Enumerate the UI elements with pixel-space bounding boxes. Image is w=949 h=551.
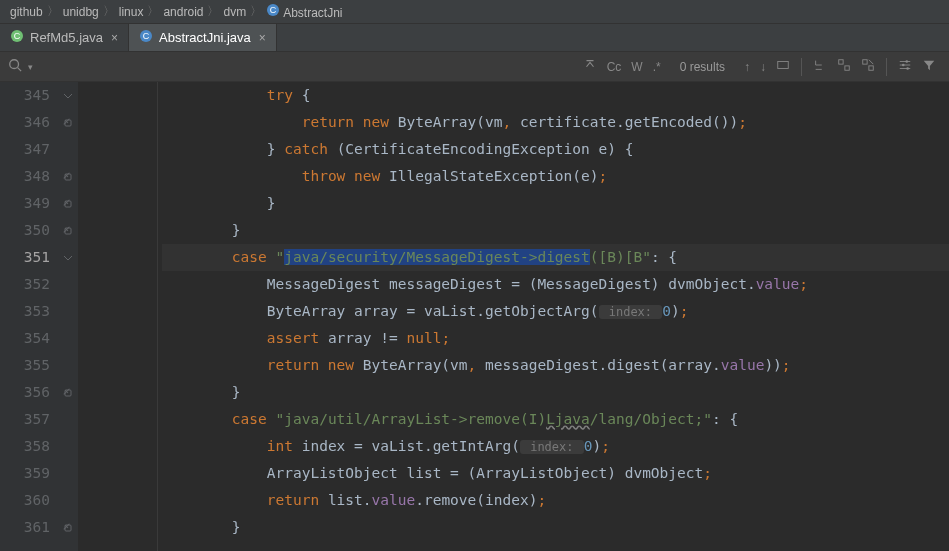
code-line[interactable]: int index = vaList.getIntArg( index: 0);: [162, 433, 949, 460]
code-line[interactable]: case "java/util/ArrayList->remove(I)Ljav…: [162, 406, 949, 433]
words-button[interactable]: W: [631, 60, 642, 74]
breadcrumb-item[interactable]: unidbg: [63, 5, 99, 19]
search-icon[interactable]: [8, 58, 22, 75]
svg-text:C: C: [143, 31, 150, 41]
add-selection-icon[interactable]: [837, 58, 851, 75]
svg-point-18: [902, 64, 905, 67]
svg-rect-9: [839, 60, 843, 64]
svg-rect-11: [863, 60, 867, 64]
breadcrumb-item[interactable]: github: [10, 5, 43, 19]
code-area[interactable]: try { return new ByteArray(vm, certifica…: [158, 82, 949, 551]
select-all-icon[interactable]: [776, 58, 790, 75]
code-line[interactable]: MessageDigest messageDigest = (MessageDi…: [162, 271, 949, 298]
close-icon[interactable]: ×: [259, 31, 266, 45]
breadcrumb-item[interactable]: linux: [119, 5, 144, 19]
fold-icon[interactable]: [63, 91, 73, 101]
prev-occurrence-icon[interactable]: [583, 58, 597, 75]
close-icon[interactable]: ×: [111, 31, 118, 45]
code-editor[interactable]: 3453463473483493503513523533543553563573…: [0, 82, 949, 551]
code-line[interactable]: return new ByteArray(vm, certificate.get…: [162, 109, 949, 136]
svg-rect-8: [778, 62, 789, 69]
svg-point-17: [905, 60, 908, 63]
svg-line-7: [18, 68, 22, 72]
find-bar[interactable]: ▾ Cc W .* 0 results ↑ ↓: [0, 52, 949, 82]
breadcrumb[interactable]: github〉unidbg〉linux〉android〉dvm〉CAbstrac…: [0, 0, 949, 24]
svg-point-6: [10, 60, 19, 69]
breadcrumb-leaf[interactable]: CAbstractJni: [266, 3, 342, 20]
tab-label: AbstractJni.java: [159, 30, 251, 45]
fold-marker-icon[interactable]: [63, 172, 73, 182]
code-line[interactable]: try {: [162, 82, 949, 109]
code-line[interactable]: }: [162, 514, 949, 541]
remove-selection-icon[interactable]: [861, 58, 875, 75]
filter-icon[interactable]: [922, 58, 936, 75]
code-line[interactable]: }: [162, 190, 949, 217]
svg-point-19: [906, 67, 909, 70]
code-line[interactable]: return list.value.remove(index);: [162, 487, 949, 514]
class-icon: C: [266, 3, 280, 17]
fold-marker-icon[interactable]: [63, 199, 73, 209]
indent-guides: [78, 82, 158, 551]
editor-tab[interactable]: CAbstractJni.java×: [129, 24, 277, 51]
match-case-button[interactable]: Cc: [607, 60, 622, 74]
code-line[interactable]: throw new IllegalStateException(e);: [162, 163, 949, 190]
fold-marker-icon[interactable]: [63, 118, 73, 128]
code-line[interactable]: } catch (CertificateEncodingException e)…: [162, 136, 949, 163]
java-class-icon: C: [139, 29, 153, 46]
svg-rect-10: [845, 66, 849, 70]
prev-match-icon[interactable]: ↑: [744, 60, 750, 74]
results-count: 0 results: [680, 60, 725, 74]
gutter-markers[interactable]: [58, 82, 78, 551]
svg-text:C: C: [14, 31, 21, 41]
java-class-icon: C: [10, 29, 24, 46]
code-line[interactable]: }: [162, 217, 949, 244]
breadcrumb-item[interactable]: android: [163, 5, 203, 19]
code-line[interactable]: return new ByteArray(vm, messageDigest.d…: [162, 352, 949, 379]
code-line[interactable]: case "java/security/MessageDigest->diges…: [162, 244, 949, 271]
settings-icon[interactable]: [898, 58, 912, 75]
svg-line-13: [869, 60, 873, 64]
tab-label: RefMd5.java: [30, 30, 103, 45]
fold-marker-icon[interactable]: [63, 226, 73, 236]
svg-rect-12: [869, 66, 873, 70]
code-line[interactable]: assert array != null;: [162, 325, 949, 352]
next-match-icon[interactable]: ↓: [760, 60, 766, 74]
search-dropdown-icon[interactable]: ▾: [28, 62, 33, 72]
fold-icon[interactable]: [63, 253, 73, 263]
code-line[interactable]: }: [162, 379, 949, 406]
code-line[interactable]: ArrayListObject list = (ArrayListObject)…: [162, 460, 949, 487]
new-line-icon[interactable]: [813, 58, 827, 75]
svg-text:C: C: [270, 5, 277, 15]
regex-button[interactable]: .*: [653, 60, 661, 74]
fold-marker-icon[interactable]: [63, 388, 73, 398]
code-line[interactable]: ByteArray array = vaList.getObjectArg( i…: [162, 298, 949, 325]
editor-tab[interactable]: CRefMd5.java×: [0, 24, 129, 51]
editor-tabs: CRefMd5.java×CAbstractJni.java×: [0, 24, 949, 52]
line-gutter: 3453463473483493503513523533543553563573…: [0, 82, 58, 551]
fold-marker-icon[interactable]: [63, 523, 73, 533]
breadcrumb-item[interactable]: dvm: [223, 5, 246, 19]
